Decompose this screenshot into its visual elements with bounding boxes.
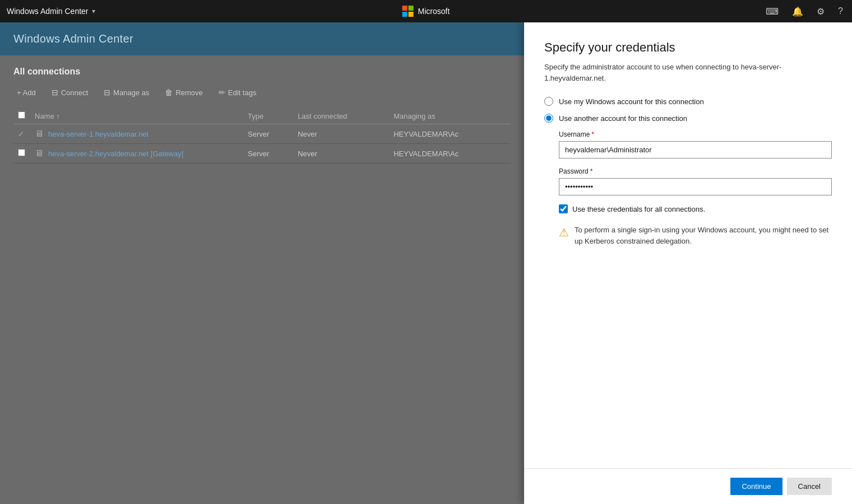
table-row: 🖥 heva-server-2.heyvaldemar.net [Gateway… (13, 144, 511, 164)
row-checkmark-icon: ✓ (18, 129, 25, 138)
select-all-checkbox[interactable] (18, 111, 25, 119)
edit-tags-icon: ✏ (219, 88, 225, 97)
username-input[interactable] (559, 141, 832, 158)
topbar-center: Microsoft (402, 6, 450, 17)
edit-tags-label: Edit tags (228, 88, 257, 97)
remove-label: Remove (175, 88, 202, 97)
remove-button[interactable]: 🗑 Remove (161, 86, 206, 99)
credentials-dialog: Specify your credentials Specify the adm… (524, 22, 852, 504)
radio-windows-account-option[interactable]: Use my Windows account for this connecti… (544, 97, 832, 106)
credential-form: Username * Password * Use these credenti… (544, 130, 832, 246)
all-connections-checkbox-row[interactable]: Use these credentials for all connection… (559, 204, 832, 213)
row-checkbox[interactable] (18, 149, 25, 156)
manage-as-label: Manage as (113, 88, 149, 97)
warning-text: To perform a single sign-in using your W… (575, 225, 832, 246)
server-link[interactable]: heva-server-2.heyvaldemar.net [Gateway] (48, 150, 183, 158)
notifications-button[interactable]: 🔔 (790, 4, 805, 19)
table-header-row: Name ↑ Type Last connected Managing as (13, 108, 511, 124)
manage-as-icon: ⊟ (104, 88, 110, 97)
password-input[interactable] (559, 178, 832, 195)
dialog-footer: Continue Cancel (524, 468, 852, 504)
settings-button[interactable]: ⚙ (814, 4, 827, 19)
connect-label: Connect (61, 88, 88, 97)
row-type-cell: Server (243, 144, 293, 164)
add-button[interactable]: + Add (13, 86, 39, 99)
header-checkbox-col (13, 108, 30, 124)
connect-icon: ⊟ (52, 88, 58, 97)
header-last-connected: Last connected (293, 108, 389, 124)
microsoft-label: Microsoft (418, 7, 450, 16)
remove-icon: 🗑 (165, 88, 173, 97)
add-label: + Add (17, 88, 36, 97)
row-name-cell: 🖥 heva-server-2.heyvaldemar.net [Gateway… (30, 144, 243, 164)
row-type-cell: Server (243, 124, 293, 144)
microsoft-logo-icon (402, 6, 414, 17)
top-navigation-bar: Windows Admin Center ▾ Microsoft ⌨ 🔔 ⚙ ? (0, 0, 852, 22)
row-checkbox-cell[interactable] (13, 144, 30, 164)
app-title-text: Windows Admin Center (7, 7, 89, 16)
wac-header: Windows Admin Center (0, 22, 524, 55)
server-icon: 🖥 (35, 129, 44, 139)
row-last-connected-cell: Never (293, 144, 389, 164)
row-name-cell: 🖥 heva-server-1.heyvaldemar.net (30, 124, 243, 144)
radio-another-account-option[interactable]: Use another account for this connection (544, 114, 832, 123)
row-managing-as-cell: HEYVALDEMAR\Ac (389, 124, 511, 144)
radio-windows-account-label: Use my Windows account for this connecti… (559, 97, 704, 106)
password-field-label: Password * (559, 167, 832, 175)
dialog-description: Specify the administrator account to use… (544, 62, 832, 83)
left-panel: Windows Admin Center All connections + A… (0, 22, 524, 504)
server-link[interactable]: heva-server-1.heyvaldemar.net (48, 130, 149, 138)
radio-another-account-label: Use another account for this connection (559, 114, 687, 123)
all-connections-checkbox-label: Use these credentials for all connection… (572, 205, 705, 213)
row-managing-as-cell: HEYVALDEMAR\Ac (389, 144, 511, 164)
manage-as-button[interactable]: ⊟ Manage as (100, 86, 152, 99)
username-field-label: Username * (559, 130, 832, 138)
all-connections-checkbox[interactable] (559, 204, 568, 213)
radio-another-account[interactable] (544, 114, 553, 123)
help-button[interactable]: ? (836, 4, 845, 18)
section-title: All connections (13, 67, 511, 77)
row-last-connected-cell: Never (293, 124, 389, 144)
radio-windows-account[interactable] (544, 97, 553, 106)
terminal-button[interactable]: ⌨ (763, 4, 781, 19)
password-required-star: * (590, 167, 593, 175)
username-required-star: * (591, 130, 594, 138)
header-managing-as: Managing as (389, 108, 511, 124)
row-checkbox-cell[interactable]: ✓ (13, 124, 30, 144)
connections-table: Name ↑ Type Last connected Managing as ✓… (13, 108, 511, 164)
dialog-content: Specify your credentials Specify the adm… (524, 22, 852, 468)
toolbar: + Add ⊟ Connect ⊟ Manage as 🗑 Remove ✏ E… (13, 86, 511, 99)
content-area: All connections + Add ⊟ Connect ⊟ Manage… (0, 55, 524, 504)
continue-button[interactable]: Continue (730, 478, 782, 495)
main-content-area: Windows Admin Center All connections + A… (0, 22, 852, 504)
cancel-button[interactable]: Cancel (787, 478, 832, 495)
server-icon: 🖥 (35, 148, 44, 158)
topbar-actions: ⌨ 🔔 ⚙ ? (763, 4, 845, 19)
header-type: Type (243, 108, 293, 124)
header-name[interactable]: Name ↑ (30, 108, 243, 124)
chevron-down-icon[interactable]: ▾ (92, 7, 95, 15)
edit-tags-button[interactable]: ✏ Edit tags (215, 86, 260, 99)
connect-button[interactable]: ⊟ Connect (48, 86, 91, 99)
wac-header-title: Windows Admin Center (13, 32, 133, 45)
kerberos-warning: ⚠ To perform a single sign-in using your… (559, 225, 832, 246)
app-title-area: Windows Admin Center ▾ (7, 7, 95, 16)
warning-triangle-icon: ⚠ (559, 226, 569, 239)
table-row: ✓ 🖥 heva-server-1.heyvaldemar.net Server… (13, 124, 511, 144)
dialog-title: Specify your credentials (544, 40, 832, 55)
